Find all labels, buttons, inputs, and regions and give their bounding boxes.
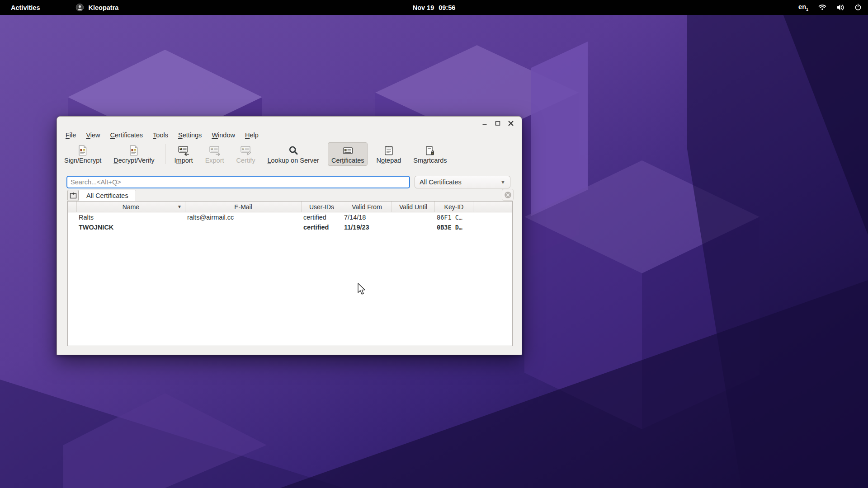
- header-gutter: [68, 202, 77, 212]
- volume-icon[interactable]: [836, 4, 844, 11]
- notepad-icon: [384, 144, 394, 156]
- toolbar-separator: [165, 144, 165, 164]
- export-label: Export: [205, 157, 224, 164]
- certify-button[interactable]: Certify: [233, 142, 259, 166]
- cell-valid-from: 7/14/18: [342, 214, 392, 221]
- notepad-label: Notepad: [376, 157, 401, 164]
- new-tab-button[interactable]: [67, 190, 79, 201]
- sort-descending-icon: ▼: [177, 205, 182, 209]
- kleopatra-window: File View Certificates Tools Settings Wi…: [57, 116, 522, 355]
- sign-encrypt-button[interactable]: Sign/Encrypt: [61, 142, 105, 166]
- export-icon: [209, 144, 221, 156]
- tab-bar: All Certificates: [57, 190, 522, 201]
- sign-encrypt-label: Sign/Encrypt: [64, 157, 101, 164]
- certify-label: Certify: [236, 157, 255, 164]
- cell-key-id: 86F1 C…: [435, 214, 473, 221]
- menu-view[interactable]: View: [81, 130, 105, 140]
- table-row-twojnick[interactable]: TWOJNICK certified 11/19/23 0B3E D…: [68, 222, 512, 232]
- maximize-button[interactable]: [493, 119, 502, 128]
- clear-icon: [504, 191, 512, 199]
- minimize-button[interactable]: [480, 119, 489, 128]
- certificate-table: Name ▼ E-Mail User-IDs Valid From Valid …: [67, 201, 513, 346]
- header-valid-until[interactable]: Valid Until: [392, 202, 435, 212]
- tab-all-certificates[interactable]: All Certificates: [79, 190, 136, 201]
- certificates-tab-button[interactable]: Certificates: [328, 142, 368, 166]
- cell-user-ids: certified: [302, 224, 342, 231]
- keyboard-layout-indicator[interactable]: en1: [798, 3, 808, 12]
- cell-name: Ralts: [77, 214, 185, 221]
- smartcards-button[interactable]: Smartcards: [410, 142, 450, 166]
- close-button[interactable]: [506, 119, 515, 128]
- app-menu-button[interactable]: Kleopatra: [75, 3, 118, 12]
- cell-email: ralts@airmail.cc: [185, 214, 302, 221]
- cell-key-id: 0B3E D…: [435, 224, 473, 231]
- app-menu-label: Kleopatra: [88, 4, 118, 11]
- clock-button[interactable]: Nov 1909:56: [0, 4, 868, 11]
- header-email[interactable]: E-Mail: [185, 202, 302, 212]
- cell-name: TWOJNICK: [77, 224, 185, 231]
- search-input[interactable]: [66, 176, 410, 188]
- smartcards-label: Smartcards: [413, 157, 447, 164]
- power-icon[interactable]: [854, 4, 862, 11]
- import-label: Import: [175, 157, 193, 164]
- toolbar: Sign/Encrypt Decrypt/Verify: [57, 141, 522, 167]
- cell-user-ids: certified: [302, 214, 342, 221]
- lookup-on-server-label: Lookup on Server: [267, 157, 319, 164]
- menu-settings[interactable]: Settings: [173, 130, 207, 140]
- table-row-ralts[interactable]: Ralts ralts@airmail.cc certified 7/14/18…: [68, 212, 512, 222]
- clock-date: Nov 19: [413, 4, 434, 11]
- status-area[interactable]: en1: [798, 3, 862, 12]
- activities-button[interactable]: Activities: [0, 0, 51, 15]
- table-header-row: Name ▼ E-Mail User-IDs Valid From Valid …: [68, 202, 512, 212]
- wifi-icon[interactable]: [818, 4, 826, 10]
- activities-label: Activities: [11, 4, 40, 11]
- header-user-ids[interactable]: User-IDs: [302, 202, 342, 212]
- header-name[interactable]: Name ▼: [77, 202, 185, 212]
- clock-time: 09:56: [439, 4, 455, 11]
- menu-certificates[interactable]: Certificates: [105, 130, 148, 140]
- header-valid-from[interactable]: Valid From: [342, 202, 392, 212]
- filter-value: All Certificates: [420, 178, 462, 186]
- smartcards-icon: [425, 144, 435, 156]
- import-icon: [178, 144, 189, 156]
- window-titlebar[interactable]: [57, 117, 522, 129]
- chevron-down-icon: ▼: [500, 179, 505, 185]
- export-button[interactable]: Export: [202, 142, 228, 166]
- tab-label: All Certificates: [86, 192, 128, 199]
- header-filler: [473, 202, 512, 212]
- menu-tools[interactable]: Tools: [148, 130, 173, 140]
- clear-search-button[interactable]: [502, 189, 514, 201]
- gnome-top-bar: Activities Kleopatra Nov 1909:56 en1: [0, 0, 868, 15]
- import-button[interactable]: Import: [171, 142, 197, 166]
- menu-bar: File View Certificates Tools Settings Wi…: [57, 129, 522, 141]
- header-key-id[interactable]: Key-ID: [435, 202, 473, 212]
- kleopatra-app-icon: [75, 3, 84, 12]
- decrypt-verify-label: Decrypt/Verify: [113, 157, 154, 164]
- certificate-filter-dropdown[interactable]: All Certificates ▼: [415, 176, 510, 188]
- certificates-icon: [342, 144, 354, 156]
- decrypt-verify-icon: [129, 144, 139, 156]
- lookup-on-server-button[interactable]: Lookup on Server: [264, 142, 322, 166]
- decrypt-verify-button[interactable]: Decrypt/Verify: [110, 142, 158, 166]
- sign-encrypt-icon: [78, 144, 88, 156]
- search-icon: [288, 144, 298, 156]
- menu-window[interactable]: Window: [207, 130, 240, 140]
- menu-help[interactable]: Help: [240, 130, 264, 140]
- cell-valid-from: 11/19/23: [342, 224, 392, 231]
- new-tab-icon: [70, 192, 77, 199]
- certify-icon: [240, 144, 252, 156]
- notepad-button[interactable]: Notepad: [373, 142, 405, 166]
- menu-file[interactable]: File: [61, 130, 81, 140]
- certificates-label: Certificates: [331, 157, 364, 164]
